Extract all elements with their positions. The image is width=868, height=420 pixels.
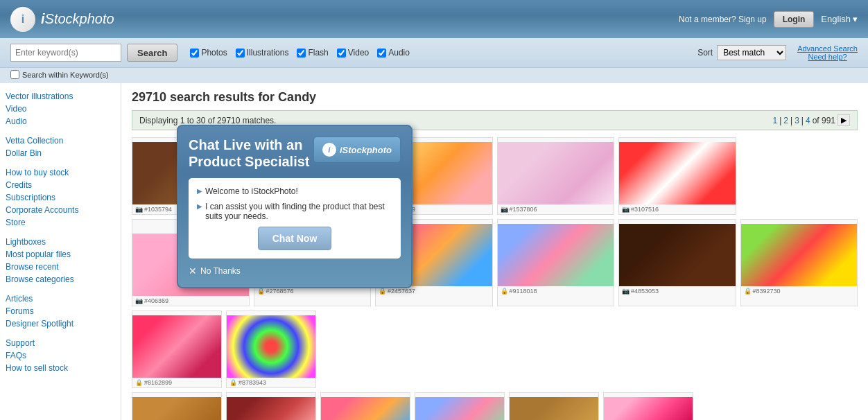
sidebar-item-vector-illustrations[interactable]: Vector illustrations	[6, 90, 115, 103]
next-page-button[interactable]: ▶	[837, 114, 850, 126]
thumb-19	[604, 397, 693, 420]
flash-filter[interactable]: Flash	[297, 48, 328, 58]
image-cell-15[interactable]: 📷 #chocbox	[226, 392, 316, 420]
sidebar-item-how-to-buy[interactable]: How to buy stock	[6, 166, 115, 179]
sidebar-item-video[interactable]: Video	[6, 103, 115, 115]
image-cell-13[interactable]: 🔒 #8783943	[226, 310, 316, 388]
page-2-link[interactable]: 2	[783, 116, 788, 125]
thumb-17	[415, 397, 504, 420]
page-3-link[interactable]: 3	[795, 116, 799, 125]
advanced-search-link[interactable]: Advanced Search Need help?	[797, 44, 858, 61]
login-button[interactable]: Login	[774, 11, 815, 28]
page-4-link[interactable]: 4	[806, 116, 810, 125]
photos-filter[interactable]: Photos	[190, 48, 227, 58]
photos-checkbox[interactable]	[190, 49, 199, 58]
filter-checkboxes: Photos Illustrations Flash Video Audio	[190, 48, 410, 58]
sidebar-item-lightboxes[interactable]: Lightboxes	[6, 236, 115, 248]
image-id-10: 📷 #4853053	[619, 286, 736, 296]
image-grid-row3: 📷 #cookie 📷 #chocbox 🔒 #sticks	[132, 392, 858, 420]
image-cell-5[interactable]: 📷 #3107516	[618, 137, 736, 215]
language-selector[interactable]: English ▾	[821, 14, 858, 24]
video-filter[interactable]: Video	[337, 48, 369, 58]
sidebar-item-subscriptions[interactable]: Subscriptions	[6, 191, 115, 204]
page-1-link[interactable]: 1	[773, 116, 778, 125]
sidebar-item-support[interactable]: Support	[6, 337, 115, 349]
search-within-checkbox[interactable]	[10, 70, 19, 79]
need-help-label[interactable]: Need help?	[797, 53, 858, 61]
sidebar-item-browse-recent[interactable]: Browse recent	[6, 261, 115, 273]
image-cell-4[interactable]: 📷 #1537806	[497, 137, 615, 215]
not-member-text: Not a member? Sign up	[679, 15, 767, 24]
video-label: Video	[348, 48, 369, 58]
search-input[interactable]	[10, 44, 121, 62]
camera-icon-5: 📷	[622, 206, 630, 213]
no-thanks-button[interactable]: ✕ No Thanks	[189, 265, 401, 277]
audio-checkbox[interactable]	[377, 49, 386, 58]
main-layout: Vector illustrations Video Audio Vetta C…	[0, 83, 868, 420]
sidebar-item-store[interactable]: Store	[6, 216, 115, 229]
advanced-search-label[interactable]: Advanced Search	[797, 44, 858, 53]
image-cell-11[interactable]: 🔒 #8392730	[740, 219, 858, 306]
sidebar-item-dollar-bin[interactable]: Dollar Bin	[6, 147, 115, 159]
lock-icon-12: 🔒	[135, 379, 143, 386]
sidebar-item-most-popular[interactable]: Most popular files	[6, 248, 115, 261]
audio-label: Audio	[388, 48, 410, 58]
illustrations-label: Illustrations	[247, 48, 289, 58]
image-grid-partial: 🔒 #8162899 🔒 #8783943	[132, 310, 858, 388]
language-label: English	[821, 14, 851, 24]
image-cell-18[interactable]: 🔒 #pretzels	[509, 392, 599, 420]
sidebar-item-designer-spotlight[interactable]: Designer Spotlight	[6, 317, 115, 330]
image-id-9: 🔒 #9118018	[498, 286, 614, 296]
id-text-11: #8392730	[753, 288, 781, 295]
search-within-label: Search within Keyword(s)	[22, 71, 109, 79]
close-x-icon: ✕	[189, 265, 197, 277]
thumb-9	[498, 224, 614, 286]
image-cell-10[interactable]: 📷 #4853053	[618, 219, 736, 306]
image-cell-9[interactable]: 🔒 #9118018	[497, 219, 615, 306]
image-id-4: 📷 #1537806	[498, 204, 614, 214]
id-text-4: #1537806	[510, 206, 537, 213]
content-area: 29710 search results for Candy Displayin…	[121, 83, 868, 420]
id-text-12: #8162899	[144, 379, 172, 386]
sidebar-item-corporate-accounts[interactable]: Corporate Accounts	[6, 204, 115, 216]
id-text-13: #8783943	[238, 379, 266, 386]
lock-icon-9: 🔒	[501, 288, 508, 295]
sidebar-item-forums[interactable]: Forums	[6, 305, 115, 317]
id-text-8: #2457637	[388, 288, 415, 295]
image-id-6: 📷 #406369	[132, 296, 249, 306]
sidebar-item-articles[interactable]: Articles	[6, 292, 115, 305]
image-cell-17[interactable]: 🔒 #cups	[415, 392, 505, 420]
thumb-4	[498, 142, 614, 204]
audio-filter[interactable]: Audio	[377, 48, 410, 58]
chat-overlay: Chat Live with an Product Specialist i i…	[177, 125, 413, 288]
flash-checkbox[interactable]	[297, 49, 306, 58]
header-right: Not a member? Sign up Login English ▾	[679, 11, 858, 28]
sidebar-item-browse-categories[interactable]: Browse categories	[6, 273, 115, 286]
sort-area: Sort Best match Newest Most popular Adva…	[697, 44, 858, 61]
video-checkbox[interactable]	[337, 49, 346, 58]
camera-icon-1: 📷	[135, 206, 143, 213]
flash-label: Flash	[308, 48, 328, 58]
chat-title: Chat Live with an Product Specialist	[189, 137, 313, 170]
sidebar-item-audio[interactable]: Audio	[6, 115, 115, 128]
sort-select[interactable]: Best match Newest Most popular	[717, 45, 786, 60]
thumb-16	[321, 397, 410, 420]
chat-now-button[interactable]: Chat Now	[258, 227, 332, 250]
photos-label: Photos	[201, 48, 227, 58]
sidebar-item-how-to-sell[interactable]: How to sell stock	[6, 362, 115, 374]
chat-assist-message: ▶ I can assist you with finding the prod…	[197, 202, 392, 221]
sidebar-item-credits[interactable]: Credits	[6, 179, 115, 191]
thumb-18	[510, 397, 598, 420]
image-cell-16[interactable]: 🔒 #sticks	[320, 392, 410, 420]
image-cell-12[interactable]: 🔒 #8162899	[132, 310, 222, 388]
search-button[interactable]: Search	[127, 44, 177, 62]
sidebar-item-faqs[interactable]: FAQs	[6, 349, 115, 362]
image-cell-14[interactable]: 📷 #cookie	[132, 392, 222, 420]
camera-icon-10: 📷	[622, 288, 630, 295]
illustrations-filter[interactable]: Illustrations	[236, 48, 289, 58]
thumb-11	[741, 224, 858, 286]
sidebar-item-vetta[interactable]: Vetta Collection	[6, 134, 115, 147]
chat-arrow-1: ▶	[197, 187, 202, 195]
image-cell-19[interactable]: 🔒 #heartt	[603, 392, 693, 420]
illustrations-checkbox[interactable]	[236, 49, 245, 58]
